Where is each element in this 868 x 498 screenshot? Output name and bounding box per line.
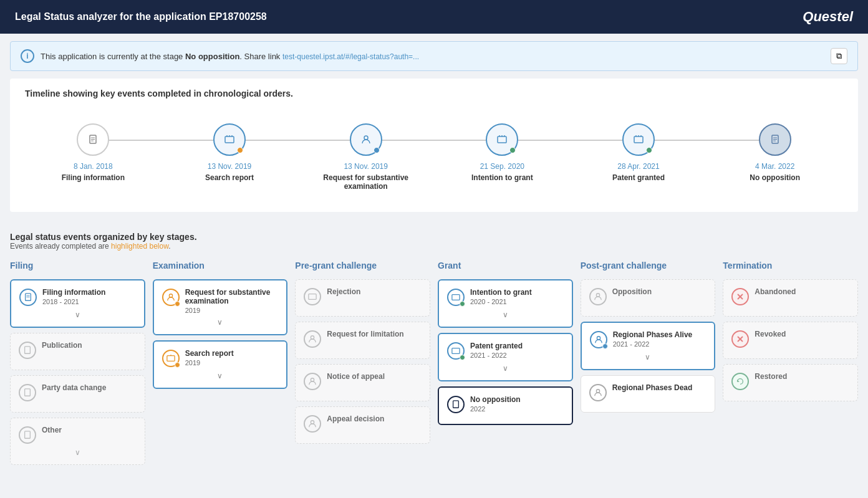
card-notice-appeal[interactable]: Notice of appeal — [295, 364, 430, 401]
card-title-appeal-decision: Appeal decision — [327, 414, 422, 423]
card-date-regional-alive: 2021 - 2022 — [613, 340, 707, 348]
timeline-date-6: 4 Mar. 2022 — [750, 162, 800, 171]
timeline-item-5[interactable]: 28 Apr. 2021 Patent granted — [571, 123, 707, 182]
chevron-filing-info[interactable]: ∨ — [19, 310, 137, 319]
card-title-restored: Restored — [755, 372, 850, 381]
timeline-label-2: Search report — [205, 173, 254, 182]
timeline-item-1[interactable]: 8 Jan. 2018 Filing information — [25, 123, 162, 182]
svg-rect-26 — [25, 431, 31, 438]
chevron-intention[interactable]: ∨ — [446, 310, 564, 319]
timeline-item-4[interactable]: 21 Sep. 2020 Intention to grant — [434, 123, 571, 182]
card-date-filing-info: 2018 - 2021 — [42, 298, 137, 305]
card-title-party: Party data change — [42, 383, 137, 392]
column-title-examination: Examination — [153, 261, 288, 271]
svg-point-32 — [311, 378, 314, 381]
card-title-other: Other — [42, 426, 137, 434]
header: Legal Status analyzer for the applicatio… — [0, 0, 868, 34]
svg-rect-34 — [452, 295, 460, 300]
card-icon-regional-alive — [589, 330, 608, 349]
card-search-report[interactable]: Search report 2019 ∨ — [153, 340, 288, 389]
card-other[interactable]: Other ∨ — [10, 418, 145, 465]
column-grant: Grant Intention to grant 2020 - 2021 — [438, 261, 573, 465]
timeline-circle-2 — [213, 123, 246, 156]
card-title-publication: Publication — [42, 341, 137, 350]
card-icon-rse — [162, 288, 180, 307]
card-appeal-decision[interactable]: Appeal decision — [295, 406, 430, 444]
card-title-filing-info: Filing information — [42, 288, 137, 297]
card-title-regional-dead: Regional Phases Dead — [612, 383, 708, 392]
card-title-revoked: Revoked — [755, 330, 850, 338]
card-icon-intention — [446, 288, 465, 307]
card-publication[interactable]: Publication — [10, 333, 145, 370]
card-regional-alive[interactable]: Regional Phases Alive 2021 - 2022 ∨ — [581, 322, 716, 370]
svg-rect-4 — [225, 136, 234, 143]
card-title-req-lim: Request for limitation — [327, 330, 422, 338]
card-opposition[interactable]: Opposition — [581, 279, 716, 317]
timeline-circle-6 — [759, 123, 791, 156]
card-icon-appeal-decision — [303, 414, 322, 433]
svg-point-39 — [596, 390, 599, 393]
card-regional-dead[interactable]: Regional Phases Dead — [581, 375, 716, 413]
card-icon-regional-dead — [589, 383, 607, 402]
card-revoked[interactable]: Revoked — [723, 322, 858, 359]
svg-rect-30 — [309, 294, 316, 300]
info-bar-text: This application is currently at the sta… — [41, 52, 824, 61]
column-termination: Termination Abandoned — [723, 261, 858, 465]
stages-section: Legal status events organized by key sta… — [0, 222, 868, 475]
share-link[interactable]: test-questel.ipst.at/#/legal-status?auth… — [282, 52, 419, 61]
timeline-item-2[interactable]: 13 Nov. 2019 Search report — [162, 123, 298, 182]
timeline-circle-4 — [486, 123, 518, 156]
timeline-date-1: 8 Jan. 2018 — [62, 162, 125, 171]
timeline-date-4: 21 Sep. 2020 — [471, 162, 533, 171]
card-no-opposition[interactable]: No opposition 2022 — [438, 386, 573, 425]
timeline-item-3[interactable]: 13 Nov. 2019 Request for substantiveexam… — [297, 123, 434, 191]
svg-point-27 — [169, 294, 172, 297]
svg-rect-24 — [25, 347, 31, 353]
chevron-other[interactable]: ∨ — [18, 448, 137, 457]
card-title-rse: Request for substantive examination — [185, 288, 279, 305]
svg-rect-36 — [453, 401, 459, 408]
card-intention-grant[interactable]: Intention to grant 2020 - 2021 ∨ — [438, 279, 573, 328]
stages-title: Legal status events organized by key sta… — [10, 232, 858, 242]
timeline-info-5: 28 Apr. 2021 Patent granted — [612, 162, 665, 182]
timeline-info-2: 13 Nov. 2019 Search report — [205, 162, 254, 182]
timeline-label-1: Filing information — [62, 173, 125, 182]
card-restored[interactable]: Restored — [723, 364, 858, 401]
info-stage: No opposition — [185, 52, 239, 61]
timeline-circle-1 — [77, 123, 109, 156]
card-title-search-report: Search report — [185, 349, 279, 358]
timeline-item-6[interactable]: 4 Mar. 2022 No opposition — [706, 123, 843, 182]
card-title-patent: Patent granted — [470, 342, 564, 350]
timeline-info-1: 8 Jan. 2018 Filing information — [62, 162, 125, 182]
logo: Questel — [803, 9, 853, 25]
card-title-notice-appeal: Notice of appeal — [327, 372, 422, 381]
copy-button[interactable]: ⧉ — [831, 48, 847, 64]
card-icon-rejection — [303, 287, 322, 306]
column-filing: Filing Filing information 2018 - 2021 ∨ — [10, 261, 145, 465]
card-rejection[interactable]: Rejection — [295, 279, 430, 317]
chevron-search-report[interactable]: ∨ — [162, 371, 279, 380]
subtitle-highlight: highlighted below — [111, 242, 168, 251]
column-title-termination: Termination — [723, 261, 858, 271]
chevron-patent[interactable]: ∨ — [446, 364, 564, 373]
timeline-date-5: 28 Apr. 2021 — [612, 162, 665, 171]
svg-rect-25 — [25, 389, 31, 396]
svg-point-31 — [311, 336, 314, 339]
chevron-regional-alive[interactable]: ∨ — [589, 353, 707, 362]
card-date-patent: 2021 - 2022 — [470, 352, 564, 359]
card-filing-information[interactable]: Filing information 2018 - 2021 ∨ — [10, 279, 145, 328]
column-title-grant: Grant — [438, 261, 573, 271]
timeline-circle-3 — [350, 123, 382, 156]
card-abandoned[interactable]: Abandoned — [723, 279, 858, 317]
header-title: Legal Status analyzer for the applicatio… — [15, 11, 267, 22]
chevron-rse[interactable]: ∨ — [162, 318, 279, 327]
card-icon-req-lim — [303, 330, 322, 348]
stages-subtitle: Events already completed are highlighted… — [10, 242, 858, 251]
timeline-info-6: 4 Mar. 2022 No opposition — [750, 162, 800, 182]
card-party-data-change[interactable]: Party data change — [10, 375, 145, 413]
card-rse[interactable]: Request for substantive examination 2019… — [153, 279, 288, 335]
card-icon-restored — [731, 372, 750, 391]
card-request-limitation[interactable]: Request for limitation — [295, 322, 430, 359]
card-patent-granted[interactable]: Patent granted 2021 - 2022 ∨ — [438, 333, 573, 381]
column-title-filing: Filing — [10, 261, 145, 271]
